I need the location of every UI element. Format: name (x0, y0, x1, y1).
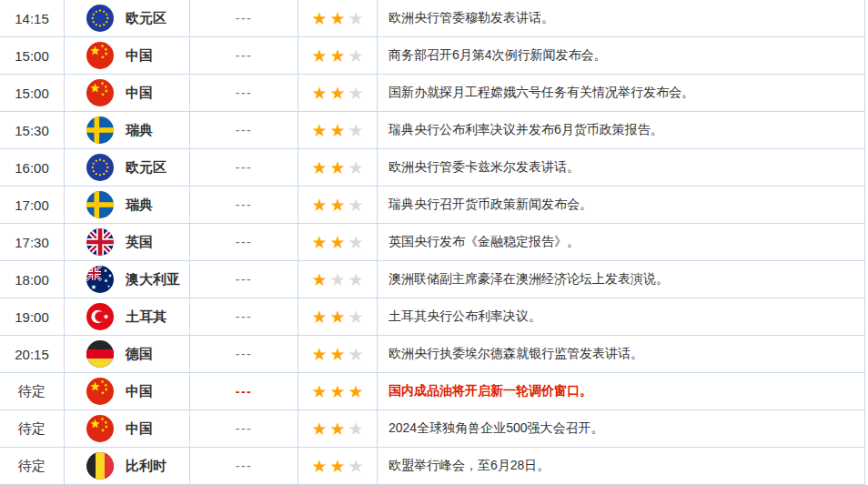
star-icon: ★ (311, 271, 327, 288)
calendar-row[interactable]: 17:00 瑞典 --- ★★★ 瑞典央行召开货币政策新闻发布会。 (0, 187, 865, 224)
country-cell: 比利时 (65, 448, 190, 484)
event-description: 国新办就探月工程嫦娥六号任务有关情况举行发布会。 (378, 75, 864, 111)
event-time: 14:15 (0, 0, 65, 36)
star-icon: ★ (329, 234, 345, 251)
event-value: --- (190, 37, 298, 74)
star-icon: ★ (348, 271, 364, 288)
calendar-row[interactable]: 17:30 英国 --- ★★★ 英国央行发布《金融稳定报告》。 (0, 224, 865, 261)
country-name: 英国 (126, 234, 153, 251)
importance-stars: ★★★ (298, 373, 378, 409)
country-name: 瑞典 (126, 122, 153, 139)
event-time: 17:00 (0, 187, 65, 223)
importance-stars: ★★★ (298, 410, 378, 447)
star-icon: ★ (348, 85, 364, 102)
importance-stars: ★★★ (298, 448, 378, 484)
event-value: --- (190, 336, 298, 372)
event-value: --- (190, 0, 298, 36)
country-cell: 中国 (65, 37, 190, 74)
star-icon: ★ (348, 420, 364, 438)
se-flag-icon (86, 116, 114, 144)
star-icon: ★ (311, 159, 327, 177)
event-time: 待定 (0, 448, 65, 484)
star-icon: ★ (311, 234, 327, 251)
star-icon: ★ (329, 271, 345, 288)
event-description: 欧洲央行执委埃尔德森就银行监管发表讲话。 (378, 336, 864, 372)
star-icon: ★ (329, 159, 345, 177)
country-cell: 澳大利亚 (65, 261, 190, 298)
event-time: 15:00 (0, 75, 65, 111)
calendar-row[interactable]: 15:00 中国 --- ★★★ 国新办就探月工程嫦娥六号任务有关情况举行发布会… (0, 75, 865, 112)
star-icon: ★ (311, 122, 327, 139)
calendar-row[interactable]: 待定 中国 --- ★★★ 2024全球独角兽企业500强大会召开。 (0, 410, 865, 448)
event-description: 英国央行发布《金融稳定报告》。 (378, 224, 864, 260)
country-cell: 中国 (65, 373, 190, 409)
eu-flag-icon (86, 5, 114, 32)
calendar-row[interactable]: 待定 中国 --- ★★★ 国内成品油将开启新一轮调价窗口。 (0, 373, 865, 410)
se-flag-icon (86, 191, 114, 218)
country-cell: 欧元区 (65, 0, 190, 36)
calendar-row[interactable]: 14:15 欧元区 --- ★★★ 欧洲央行管委穆勒发表讲话。 (0, 0, 865, 37)
star-icon: ★ (348, 122, 364, 139)
country-name: 中国 (126, 383, 153, 400)
country-cell: 中国 (65, 75, 190, 111)
star-icon: ★ (311, 197, 327, 214)
event-time: 17:30 (0, 224, 65, 260)
star-icon: ★ (311, 346, 327, 363)
de-flag-icon (86, 340, 114, 368)
event-value: --- (190, 298, 298, 335)
event-description: 瑞典央行公布利率决议并发布6月货币政策报告。 (378, 112, 864, 148)
cn-flag-icon (86, 415, 114, 442)
importance-stars: ★★★ (298, 75, 378, 111)
event-value: --- (190, 187, 298, 223)
calendar-row[interactable]: 18:00 澳大利亚 --- ★★★ 澳洲联储副主席豪泽在澳洲经济论坛上发表演说… (0, 261, 865, 298)
importance-stars: ★★★ (298, 261, 378, 298)
star-icon: ★ (329, 420, 345, 438)
event-value: --- (190, 448, 298, 484)
star-icon: ★ (329, 85, 345, 102)
star-icon: ★ (329, 122, 345, 139)
country-cell: 欧元区 (65, 149, 190, 186)
calendar-row[interactable]: 20:15 德国 --- ★★★ 欧洲央行执委埃尔德森就银行监管发表讲话。 (0, 336, 865, 373)
country-name: 中国 (126, 420, 153, 438)
event-value: --- (190, 410, 298, 447)
event-description: 商务部召开6月第4次例行新闻发布会。 (378, 37, 864, 74)
event-time: 18:00 (0, 261, 65, 298)
star-icon: ★ (329, 47, 345, 65)
event-time: 待定 (0, 373, 65, 409)
importance-stars: ★★★ (298, 149, 378, 186)
country-cell: 德国 (65, 336, 190, 372)
calendar-row[interactable]: 16:00 欧元区 --- ★★★ 欧洲央行管委卡兹米尔发表讲话。 (0, 149, 865, 187)
country-name: 欧元区 (126, 159, 167, 177)
event-time: 待定 (0, 410, 65, 447)
country-name: 德国 (126, 346, 153, 363)
calendar-row[interactable]: 15:00 中国 --- ★★★ 商务部召开6月第4次例行新闻发布会。 (0, 37, 865, 75)
star-icon: ★ (311, 458, 327, 475)
star-icon: ★ (348, 308, 364, 326)
star-icon: ★ (348, 234, 364, 251)
star-icon: ★ (329, 346, 345, 363)
cn-flag-icon (86, 42, 114, 69)
star-icon: ★ (348, 159, 364, 177)
star-icon: ★ (329, 10, 345, 27)
country-name: 中国 (126, 85, 153, 102)
event-time: 16:00 (0, 149, 65, 186)
tr-flag-icon (86, 303, 114, 330)
importance-stars: ★★★ (298, 298, 378, 335)
calendar-row[interactable]: 19:00 土耳其 --- ★★★ 土耳其央行公布利率决议。 (0, 298, 865, 336)
star-icon: ★ (348, 383, 364, 400)
event-time: 15:00 (0, 37, 65, 74)
event-time: 19:00 (0, 298, 65, 335)
event-value: --- (190, 373, 298, 409)
star-icon: ★ (329, 383, 345, 400)
star-icon: ★ (329, 197, 345, 214)
star-icon: ★ (311, 308, 327, 326)
event-time: 15:30 (0, 112, 65, 148)
country-name: 欧元区 (126, 10, 167, 27)
economic-calendar: 14:15 欧元区 --- ★★★ 欧洲央行管委穆勒发表讲话。 15:00 中国… (0, 0, 865, 485)
country-name: 中国 (126, 47, 153, 65)
country-name: 瑞典 (126, 197, 153, 214)
eu-flag-icon (86, 154, 114, 181)
calendar-row[interactable]: 15:30 瑞典 --- ★★★ 瑞典央行公布利率决议并发布6月货币政策报告。 (0, 112, 865, 149)
importance-stars: ★★★ (298, 187, 378, 223)
calendar-row[interactable]: 待定 比利时 --- ★★★ 欧盟举行峰会，至6月28日。 (0, 448, 865, 485)
